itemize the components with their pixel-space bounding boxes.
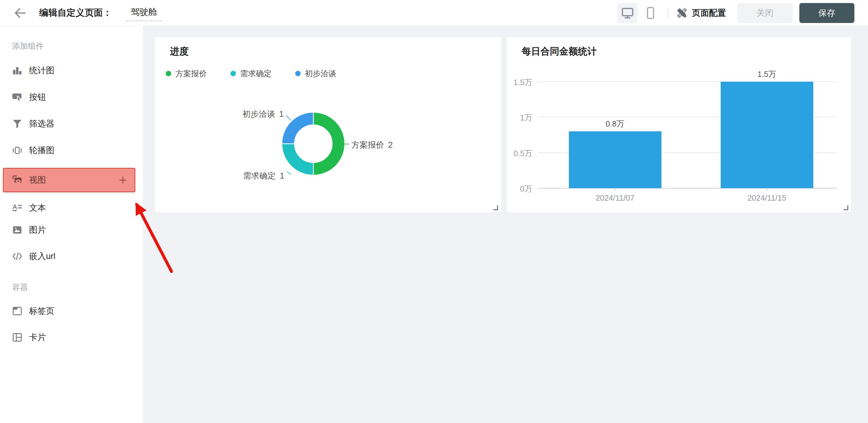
svg-text:A: A: [12, 203, 17, 211]
bar: [721, 82, 813, 188]
legend-item[interactable]: 方案报价: [166, 68, 207, 79]
view-cards-eye-icon: [12, 175, 22, 185]
tabs-icon: [12, 306, 22, 316]
pie-slice: [282, 112, 313, 144]
legend-dot: [166, 71, 171, 76]
y-axis-tick-label: 1.5万: [506, 77, 532, 88]
legend-item[interactable]: 需求确定: [230, 68, 272, 79]
pie-slice: [282, 144, 313, 175]
sidebar-item-label: 图片: [29, 224, 46, 236]
section-label-add-components: 添加组件: [12, 41, 43, 52]
page-config-label: 页面配置: [692, 7, 726, 19]
y-axis-tick-label: 1万: [506, 113, 532, 123]
code-embed-icon: [12, 251, 22, 262]
card-resize-handle[interactable]: [843, 206, 848, 210]
close-button[interactable]: 关闭: [737, 3, 793, 23]
card-resize-handle[interactable]: [493, 206, 498, 210]
divider: [668, 7, 669, 19]
sidebar-item-embed-url[interactable]: 嵌入url: [0, 243, 143, 270]
topbar-actions: 页面配置 关闭 保存: [618, 3, 855, 23]
pie-leader-line: [344, 144, 349, 144]
button-cursor-icon: [12, 92, 22, 102]
y-axis-tick-label: 0.5万: [506, 148, 532, 159]
carousel-icon: [12, 145, 22, 155]
legend-item[interactable]: 初步洽谈: [295, 68, 336, 79]
legend-dot: [295, 71, 301, 76]
legend-label: 需求确定: [240, 68, 272, 79]
bar-chart-icon: [12, 65, 22, 75]
bar-value-label: 0.8万: [579, 119, 651, 129]
sidebar-item-label: 筛选器: [29, 118, 55, 129]
sidebar-item-button[interactable]: 按钮: [0, 84, 143, 111]
design-tools-icon: [676, 7, 688, 19]
chart-title: 进度: [170, 45, 189, 58]
mobile-view-button[interactable]: [641, 3, 660, 23]
widget-card-daily-contract-amount[interactable]: 每日合同金额统计 0万0.5万1万1.5万0.8万2024/11/071.5万2…: [506, 37, 851, 213]
pie-slice-label: 方案报价 2: [351, 140, 393, 150]
widget-card-progress[interactable]: 进度 方案报价 需求确定 初步洽谈 初步洽谈 1 需求确定 1 方案报价 2: [155, 37, 501, 213]
sidebar-item-card[interactable]: 卡片: [0, 324, 143, 351]
pie-slice: [313, 112, 345, 175]
sidebar-item-filter[interactable]: 筛选器: [0, 111, 143, 137]
legend-label: 方案报价: [176, 68, 207, 79]
x-axis-tick: [615, 188, 616, 191]
image-icon: [12, 225, 22, 235]
bar-value-label: 1.5万: [731, 69, 803, 80]
component-sidebar: 添加组件 统计图 按钮 筛选器 轮播图: [0, 26, 143, 423]
y-axis-tick-label: 0万: [506, 184, 532, 194]
section-label-container: 容器: [12, 282, 28, 293]
legend-label: 初步洽谈: [305, 68, 336, 79]
pie-slice-label: 需求确定 1: [243, 170, 284, 181]
card-icon: [12, 332, 22, 342]
sidebar-item-label: 文本: [29, 202, 46, 214]
x-axis-tick: [767, 188, 767, 191]
sidebar-item-stat-chart[interactable]: 统计图: [0, 57, 143, 84]
sidebar-item-label: 标签页: [29, 305, 55, 317]
save-button[interactable]: 保存: [799, 3, 855, 23]
filter-funnel-icon: [12, 119, 22, 129]
bar-chart: 0万0.5万1万1.5万0.8万2024/11/071.5万2024/11/15: [506, 37, 851, 213]
sidebar-item-label: 按钮: [29, 91, 46, 103]
sidebar-item-carousel[interactable]: 轮播图: [0, 137, 143, 164]
sidebar-item-label: 卡片: [29, 332, 46, 343]
x-axis-category-label: 2024/11/15: [728, 193, 806, 203]
page-name-field[interactable]: 驾驶舱: [126, 5, 161, 21]
sidebar-item-label: 视图: [29, 174, 46, 186]
legend-dot: [230, 71, 236, 76]
bar: [569, 131, 661, 188]
plus-icon[interactable]: +: [119, 173, 127, 187]
topbar: 编辑自定义页面： 驾驶舱: [0, 0, 868, 26]
back-button[interactable]: [12, 5, 28, 21]
sidebar-item-view[interactable]: 视图 +: [3, 168, 135, 192]
page-config-button[interactable]: 页面配置: [676, 7, 726, 19]
text-icon: A: [12, 203, 22, 213]
sidebar-item-label: 轮播图: [29, 145, 55, 156]
desktop-view-button[interactable]: [618, 3, 638, 23]
arrow-left-icon: [13, 7, 26, 19]
x-axis-category-label: 2024/11/07: [576, 193, 654, 203]
monitor-icon: [621, 7, 634, 19]
page-title: 编辑自定义页面：: [39, 7, 112, 19]
pie-legend: 方案报价 需求确定 初步洽谈: [166, 69, 336, 79]
sidebar-item-tab-page[interactable]: 标签页: [0, 298, 143, 324]
dashboard-canvas: 进度 方案报价 需求确定 初步洽谈 初步洽谈 1 需求确定 1 方案报价 2 每…: [143, 26, 868, 423]
sidebar-item-label: 统计图: [29, 65, 55, 76]
pie-slice-label: 初步洽谈 1: [242, 109, 284, 120]
smartphone-icon: [647, 7, 654, 19]
sidebar-item-label: 嵌入url: [29, 250, 55, 262]
sidebar-item-image[interactable]: 图片: [0, 217, 143, 243]
donut-chart: [277, 108, 350, 180]
